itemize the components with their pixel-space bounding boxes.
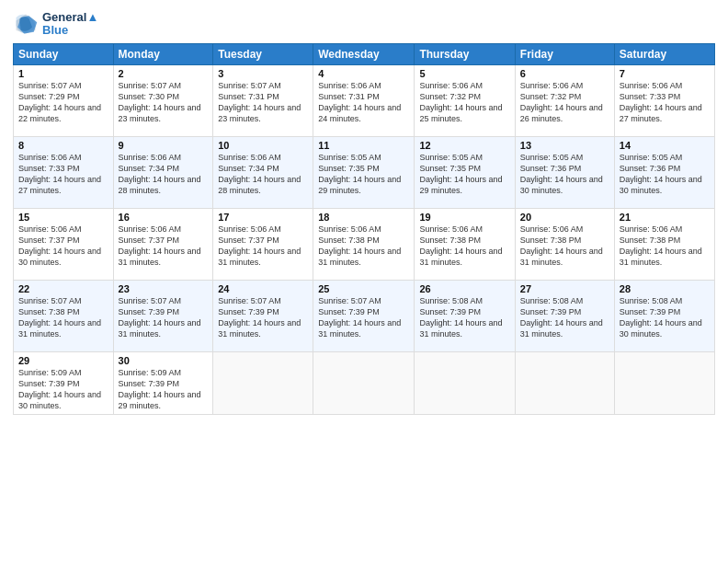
day-number: 14 — [620, 140, 710, 151]
day-number: 27 — [520, 283, 609, 294]
day-number: 4 — [318, 68, 409, 79]
day-number: 3 — [218, 68, 308, 79]
calendar-cell: 23Sunrise: 5:07 AMSunset: 7:39 PMDayligh… — [113, 280, 213, 351]
day-info: Sunrise: 5:06 AMSunset: 7:31 PMDaylight:… — [318, 80, 409, 125]
week-row-5: 29Sunrise: 5:09 AMSunset: 7:39 PMDayligh… — [14, 351, 715, 415]
day-info: Sunrise: 5:07 AMSunset: 7:38 PMDaylight:… — [18, 295, 108, 340]
day-number: 17 — [218, 212, 308, 223]
day-info: Sunrise: 5:06 AMSunset: 7:32 PMDaylight:… — [520, 80, 609, 125]
col-header-thursday: Thursday — [415, 43, 515, 64]
day-number: 13 — [520, 140, 609, 151]
calendar-cell: 1Sunrise: 5:07 AMSunset: 7:29 PMDaylight… — [14, 64, 114, 136]
day-info: Sunrise: 5:07 AMSunset: 7:30 PMDaylight:… — [119, 80, 209, 125]
day-info: Sunrise: 5:06 AMSunset: 7:34 PMDaylight:… — [119, 152, 209, 197]
day-info: Sunrise: 5:06 AMSunset: 7:34 PMDaylight:… — [218, 152, 308, 197]
col-header-monday: Monday — [113, 43, 213, 64]
calendar-cell: 17Sunrise: 5:06 AMSunset: 7:37 PMDayligh… — [213, 208, 313, 280]
calendar-cell: 22Sunrise: 5:07 AMSunset: 7:38 PMDayligh… — [14, 280, 114, 351]
day-number: 10 — [218, 140, 308, 151]
week-row-2: 8Sunrise: 5:06 AMSunset: 7:33 PMDaylight… — [14, 136, 715, 208]
day-number: 15 — [18, 212, 108, 223]
calendar-cell: 18Sunrise: 5:06 AMSunset: 7:38 PMDayligh… — [313, 208, 415, 280]
calendar-cell: 13Sunrise: 5:05 AMSunset: 7:36 PMDayligh… — [515, 136, 614, 208]
day-number: 25 — [318, 283, 409, 294]
week-row-1: 1Sunrise: 5:07 AMSunset: 7:29 PMDaylight… — [14, 64, 715, 136]
header: General▲ Blue — [13, 11, 715, 38]
day-number: 24 — [218, 283, 308, 294]
calendar-cell: 12Sunrise: 5:05 AMSunset: 7:35 PMDayligh… — [415, 136, 515, 208]
day-info: Sunrise: 5:06 AMSunset: 7:38 PMDaylight:… — [318, 224, 409, 269]
day-info: Sunrise: 5:06 AMSunset: 7:32 PMDaylight:… — [419, 80, 509, 125]
day-number: 5 — [419, 68, 509, 79]
day-number: 22 — [18, 283, 108, 294]
day-info: Sunrise: 5:07 AMSunset: 7:31 PMDaylight:… — [218, 80, 308, 125]
day-number: 16 — [119, 212, 209, 223]
col-header-friday: Friday — [515, 43, 614, 64]
day-info: Sunrise: 5:06 AMSunset: 7:33 PMDaylight:… — [18, 152, 108, 197]
logo-text: General▲ Blue — [42, 11, 98, 38]
week-row-3: 15Sunrise: 5:06 AMSunset: 7:37 PMDayligh… — [14, 208, 715, 280]
calendar-cell — [515, 351, 614, 415]
day-info: Sunrise: 5:09 AMSunset: 7:39 PMDaylight:… — [119, 367, 209, 412]
day-info: Sunrise: 5:07 AMSunset: 7:39 PMDaylight:… — [119, 295, 209, 340]
calendar-cell: 19Sunrise: 5:06 AMSunset: 7:38 PMDayligh… — [415, 208, 515, 280]
calendar-cell — [415, 351, 515, 415]
day-info: Sunrise: 5:05 AMSunset: 7:35 PMDaylight:… — [318, 152, 409, 197]
day-number: 21 — [620, 212, 710, 223]
calendar-cell: 28Sunrise: 5:08 AMSunset: 7:39 PMDayligh… — [614, 280, 714, 351]
calendar-cell: 14Sunrise: 5:05 AMSunset: 7:36 PMDayligh… — [614, 136, 714, 208]
calendar-cell: 21Sunrise: 5:06 AMSunset: 7:38 PMDayligh… — [614, 208, 714, 280]
logo: General▲ Blue — [13, 11, 98, 38]
col-header-sunday: Sunday — [14, 43, 114, 64]
day-number: 1 — [18, 68, 108, 79]
header-row: SundayMondayTuesdayWednesdayThursdayFrid… — [14, 43, 715, 64]
calendar-cell: 30Sunrise: 5:09 AMSunset: 7:39 PMDayligh… — [113, 351, 213, 415]
day-number: 26 — [419, 283, 509, 294]
calendar-cell: 6Sunrise: 5:06 AMSunset: 7:32 PMDaylight… — [515, 64, 614, 136]
day-info: Sunrise: 5:05 AMSunset: 7:36 PMDaylight:… — [520, 152, 609, 197]
calendar-cell: 25Sunrise: 5:07 AMSunset: 7:39 PMDayligh… — [313, 280, 415, 351]
week-row-4: 22Sunrise: 5:07 AMSunset: 7:38 PMDayligh… — [14, 280, 715, 351]
day-info: Sunrise: 5:06 AMSunset: 7:38 PMDaylight:… — [419, 224, 509, 269]
day-number: 29 — [18, 355, 108, 366]
day-info: Sunrise: 5:09 AMSunset: 7:39 PMDaylight:… — [18, 367, 108, 412]
calendar-cell: 29Sunrise: 5:09 AMSunset: 7:39 PMDayligh… — [14, 351, 114, 415]
day-info: Sunrise: 5:07 AMSunset: 7:29 PMDaylight:… — [18, 80, 108, 125]
calendar-cell: 7Sunrise: 5:06 AMSunset: 7:33 PMDaylight… — [614, 64, 714, 136]
day-info: Sunrise: 5:06 AMSunset: 7:33 PMDaylight:… — [620, 80, 710, 125]
day-info: Sunrise: 5:08 AMSunset: 7:39 PMDaylight:… — [419, 295, 509, 340]
calendar-cell — [213, 351, 313, 415]
day-info: Sunrise: 5:06 AMSunset: 7:37 PMDaylight:… — [218, 224, 308, 269]
calendar-cell: 24Sunrise: 5:07 AMSunset: 7:39 PMDayligh… — [213, 280, 313, 351]
day-number: 19 — [419, 212, 509, 223]
calendar-cell: 26Sunrise: 5:08 AMSunset: 7:39 PMDayligh… — [415, 280, 515, 351]
day-info: Sunrise: 5:06 AMSunset: 7:37 PMDaylight:… — [119, 224, 209, 269]
calendar-cell: 2Sunrise: 5:07 AMSunset: 7:30 PMDaylight… — [113, 64, 213, 136]
calendar-cell: 11Sunrise: 5:05 AMSunset: 7:35 PMDayligh… — [313, 136, 415, 208]
day-number: 11 — [318, 140, 409, 151]
calendar-cell: 8Sunrise: 5:06 AMSunset: 7:33 PMDaylight… — [14, 136, 114, 208]
day-number: 9 — [119, 140, 209, 151]
day-number: 7 — [620, 68, 710, 79]
day-info: Sunrise: 5:05 AMSunset: 7:35 PMDaylight:… — [419, 152, 509, 197]
day-info: Sunrise: 5:05 AMSunset: 7:36 PMDaylight:… — [620, 152, 710, 197]
col-header-tuesday: Tuesday — [213, 43, 313, 64]
calendar-cell: 16Sunrise: 5:06 AMSunset: 7:37 PMDayligh… — [113, 208, 213, 280]
calendar-cell: 27Sunrise: 5:08 AMSunset: 7:39 PMDayligh… — [515, 280, 614, 351]
day-number: 12 — [419, 140, 509, 151]
calendar-cell: 20Sunrise: 5:06 AMSunset: 7:38 PMDayligh… — [515, 208, 614, 280]
calendar-cell: 15Sunrise: 5:06 AMSunset: 7:37 PMDayligh… — [14, 208, 114, 280]
calendar-cell — [614, 351, 714, 415]
page: General▲ Blue SundayMondayTuesdayWednesd… — [0, 0, 728, 563]
day-number: 6 — [520, 68, 609, 79]
day-info: Sunrise: 5:06 AMSunset: 7:37 PMDaylight:… — [18, 224, 108, 269]
day-number: 28 — [620, 283, 710, 294]
calendar-cell: 4Sunrise: 5:06 AMSunset: 7:31 PMDaylight… — [313, 64, 415, 136]
day-info: Sunrise: 5:07 AMSunset: 7:39 PMDaylight:… — [318, 295, 409, 340]
day-info: Sunrise: 5:06 AMSunset: 7:38 PMDaylight:… — [520, 224, 609, 269]
logo-icon — [13, 11, 39, 37]
day-info: Sunrise: 5:08 AMSunset: 7:39 PMDaylight:… — [620, 295, 710, 340]
day-number: 2 — [119, 68, 209, 79]
calendar-cell: 9Sunrise: 5:06 AMSunset: 7:34 PMDaylight… — [113, 136, 213, 208]
day-number: 23 — [119, 283, 209, 294]
